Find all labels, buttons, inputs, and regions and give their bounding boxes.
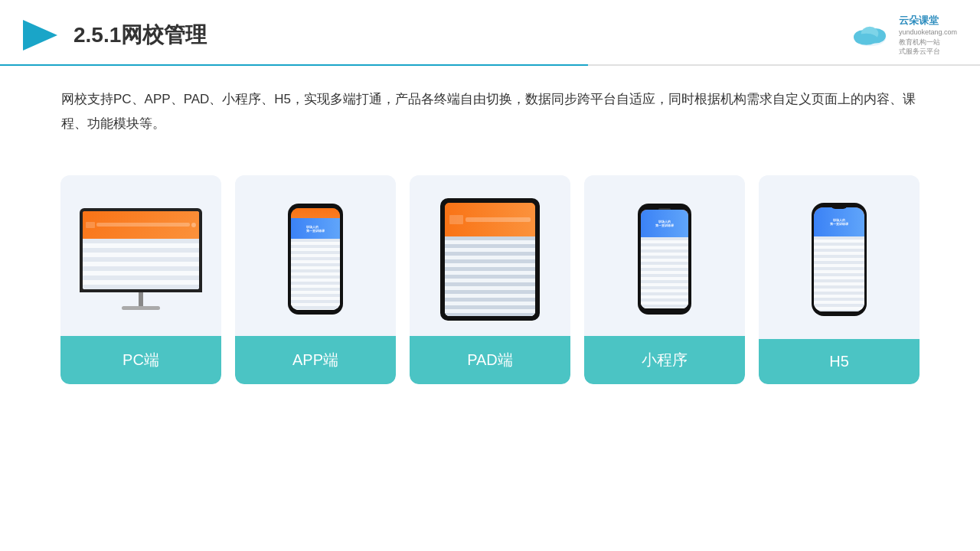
card-pad: PAD端	[410, 175, 570, 384]
card-pad-image	[410, 175, 570, 336]
phone-mockup-app: 职场人的第一堂训练课	[288, 204, 343, 315]
logo-cloud-icon	[847, 20, 893, 51]
description-text: 网校支持PC、APP、PAD、小程序、H5，实现多端打通，产品各终端自由切换，数…	[61, 87, 919, 137]
card-miniapp: 职场人的第一堂训练课	[584, 175, 745, 384]
phone-notch-cutout	[831, 203, 848, 209]
cards-container: PC端 职场人的第一堂训练课	[0, 152, 980, 384]
card-pc-image	[60, 175, 221, 336]
svg-point-5	[854, 34, 877, 45]
phone-mini-mockup: 职场人的第一堂训练课	[638, 204, 691, 315]
monitor-mockup	[80, 208, 202, 310]
card-pad-label: PAD端	[410, 336, 570, 384]
logo-area: 云朵课堂 yunduoketang.com 教育机构一站 式服务云平台	[847, 14, 957, 57]
card-app-label: APP端	[235, 336, 396, 384]
card-app-image: 职场人的第一堂训练课	[235, 175, 396, 336]
phone-notch-mockup: 职场人的第一堂训练课	[812, 203, 867, 316]
page-description: 网校支持PC、APP、PAD、小程序、H5，实现多端打通，产品各终端自由切换，数…	[0, 66, 980, 145]
svg-marker-0	[23, 20, 57, 51]
play-icon	[23, 16, 61, 54]
card-app: 职场人的第一堂训练课	[235, 175, 396, 384]
tablet-mockup	[440, 198, 540, 321]
card-pc-label: PC端	[60, 336, 221, 384]
logo-domain: yunduoketang.com	[899, 28, 957, 37]
logo-slogan1: 教育机构一站	[899, 37, 957, 47]
logo-brand: 云朵课堂	[899, 14, 957, 28]
page-title: 2.5.1网校管理	[74, 21, 207, 50]
card-h5-image: 职场人的第一堂训练课	[759, 175, 920, 336]
card-h5-label: H5	[759, 339, 920, 384]
card-pc: PC端	[60, 175, 221, 384]
logo-text: 云朵课堂 yunduoketang.com 教育机构一站 式服务云平台	[899, 14, 957, 57]
logo-slogan2: 式服务云平台	[899, 47, 957, 57]
header-left: 2.5.1网校管理	[23, 16, 207, 54]
page-header: 2.5.1网校管理 云朵课堂 yunduoketang.com 教育机构一站 式…	[0, 0, 980, 57]
card-miniapp-label: 小程序	[584, 336, 745, 384]
card-h5: 职场人的第一堂训练课	[759, 175, 920, 384]
card-miniapp-image: 职场人的第一堂训练课	[584, 175, 745, 336]
